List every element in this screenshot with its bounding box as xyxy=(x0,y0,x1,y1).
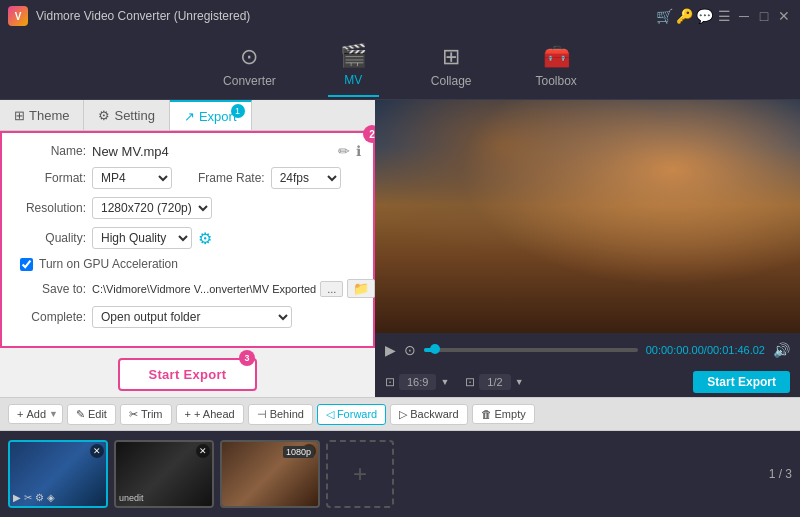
app-logo: V xyxy=(8,6,28,26)
settings-small-icon[interactable]: ⚙ xyxy=(35,492,44,503)
empty-button[interactable]: 🗑 Empty xyxy=(472,404,535,424)
trash-icon: 🗑 xyxy=(481,408,492,420)
complete-label: Complete: xyxy=(14,310,86,324)
quality-row: Quality: High Quality Medium Quality Low… xyxy=(14,227,361,249)
content-area: ⊞ Theme ⚙ Setting ↗ Export 1 2 xyxy=(0,100,800,517)
export-badge: 1 xyxy=(231,104,245,118)
film-thumb-2-label: unedit xyxy=(119,493,144,503)
progress-bar[interactable] xyxy=(424,348,638,352)
format-value-wrap: MP4 AVI MOV Frame Rate: 24fps 30fps 60fp… xyxy=(92,167,361,189)
save-to-row: Save to: C:\Vidmore\Vidmore V...onverter… xyxy=(14,279,361,298)
time-display: 00:00:00.00/00:01:46.02 xyxy=(646,344,765,356)
fps-select[interactable]: 24fps 30fps 60fps xyxy=(271,167,341,189)
converter-icon: ⊙ xyxy=(240,44,258,70)
film-thumb-3-badge: 1080p xyxy=(283,446,314,458)
backward-icon: ▷ xyxy=(399,408,407,421)
behind-button[interactable]: ⊣ Behind xyxy=(248,404,313,425)
page-wrap: ⊡ 1/2 ▼ xyxy=(465,374,523,390)
title-bar: V Vidmore Video Converter (Unregistered)… xyxy=(0,0,800,32)
add-clip-button[interactable]: + xyxy=(326,440,394,508)
nav-toolbox-label: Toolbox xyxy=(536,74,577,88)
page-icon: ⊡ xyxy=(465,375,475,389)
menu-icon[interactable]: ☰ xyxy=(716,8,732,24)
edit-button[interactable]: ✎ Edit xyxy=(67,404,116,425)
ratio-button[interactable]: 16:9 xyxy=(399,374,436,390)
resolution-row: Resolution: 1280x720 (720p) 1920x1080 (1… xyxy=(14,197,361,219)
bottom-toolbar: + Add ▼ ✎ Edit ✂ Trim + + Ahead ⊣ Behind… xyxy=(0,397,800,431)
add-icon: + xyxy=(17,408,23,420)
start-export-right-button[interactable]: Start Export xyxy=(693,371,790,393)
quality-select[interactable]: High Quality Medium Quality Low Quality xyxy=(92,227,192,249)
theme-grid-icon: ⊞ xyxy=(14,108,25,123)
resolution-select[interactable]: 1280x720 (720p) 1920x1080 (1080p) 854x48… xyxy=(92,197,212,219)
nav-collage[interactable]: ⊞ Collage xyxy=(419,36,484,96)
cut-small-icon[interactable]: ✂ xyxy=(24,492,32,503)
backward-button[interactable]: ▷ Backward xyxy=(390,404,467,425)
step3-badge: 3 xyxy=(239,350,255,366)
close-icon[interactable]: ✕ xyxy=(776,8,792,24)
film-thumb-2-close[interactable]: ✕ xyxy=(196,444,210,458)
gpu-checkbox[interactable] xyxy=(20,258,33,271)
nav-converter[interactable]: ⊙ Converter xyxy=(211,36,288,96)
trim-button[interactable]: ✂ Trim xyxy=(120,404,172,425)
maximize-icon[interactable]: □ xyxy=(756,8,772,24)
film-thumb-1-close[interactable]: ✕ xyxy=(90,444,104,458)
tab-export[interactable]: ↗ Export 1 xyxy=(170,100,252,130)
film-thumb-1[interactable]: ✕ ▶ ✂ ⚙ ◈ xyxy=(8,440,108,508)
page-button[interactable]: 1/2 xyxy=(479,374,510,390)
info-icon[interactable]: ℹ xyxy=(356,143,361,159)
film-thumb-2[interactable]: ✕ unedit xyxy=(114,440,214,508)
open-folder-button[interactable]: 📁 xyxy=(347,279,375,298)
format-select[interactable]: MP4 AVI MOV xyxy=(92,167,172,189)
forward-icon: ◁ xyxy=(326,408,334,421)
chat-icon[interactable]: 💬 xyxy=(696,8,712,24)
name-input[interactable] xyxy=(92,144,332,159)
mv-icon: 🎬 xyxy=(340,43,367,69)
video-preview xyxy=(375,100,800,333)
volume-icon[interactable]: 🔊 xyxy=(773,342,790,358)
tab-theme-label: Theme xyxy=(29,108,69,123)
filter-small-icon[interactable]: ◈ xyxy=(47,492,55,503)
app-title: Vidmore Video Converter (Unregistered) xyxy=(36,9,656,23)
nav-converter-label: Converter xyxy=(223,74,276,88)
ahead-button[interactable]: + + Ahead xyxy=(176,404,244,424)
stop-button[interactable]: ⊙ xyxy=(404,342,416,358)
complete-value-wrap: Open output folder Do nothing Shutdown xyxy=(92,306,361,328)
export-settings-panel: 2 Name: ✏ ℹ Format: xyxy=(0,131,375,348)
quality-settings-icon[interactable]: ⚙ xyxy=(198,229,212,248)
minimize-icon[interactable]: ─ xyxy=(736,8,752,24)
resolution-value-wrap: 1280x720 (720p) 1920x1080 (1080p) 854x48… xyxy=(92,197,361,219)
tab-theme[interactable]: ⊞ Theme xyxy=(0,100,84,130)
edit-name-icon[interactable]: ✏ xyxy=(338,143,350,159)
video-controls: ▶ ⊙ 00:00:00.00/00:01:46.02 🔊 xyxy=(375,333,800,367)
resolution-label: Resolution: xyxy=(14,201,86,215)
format-row: Format: MP4 AVI MOV Frame Rate: 24fps 30… xyxy=(14,167,361,189)
complete-select[interactable]: Open output folder Do nothing Shutdown xyxy=(92,306,292,328)
nav-toolbox[interactable]: 🧰 Toolbox xyxy=(524,36,589,96)
shopping-icon[interactable]: 🛒 xyxy=(656,8,672,24)
key-icon[interactable]: 🔑 xyxy=(676,8,692,24)
film-thumb-3[interactable]: ✕ 1080p xyxy=(220,440,320,508)
right-panel: ▶ ⊙ 00:00:00.00/00:01:46.02 🔊 ⊡ 16 xyxy=(375,100,800,397)
nav-mv-label: MV xyxy=(344,73,362,87)
nav-mv[interactable]: 🎬 MV xyxy=(328,35,379,97)
start-export-area: Start Export 3 xyxy=(0,348,375,397)
tab-bar: ⊞ Theme ⚙ Setting ↗ Export 1 xyxy=(0,100,375,131)
play-button[interactable]: ▶ xyxy=(385,342,396,358)
progress-dot xyxy=(430,344,440,354)
add-dropdown-icon: ▼ xyxy=(49,409,58,419)
tab-setting[interactable]: ⚙ Setting xyxy=(84,100,169,130)
app-container: V Vidmore Video Converter (Unregistered)… xyxy=(0,0,800,517)
name-value-wrap: ✏ ℹ xyxy=(92,143,361,159)
browse-path-button[interactable]: ... xyxy=(320,281,343,297)
top-content: ⊞ Theme ⚙ Setting ↗ Export 1 2 xyxy=(0,100,800,397)
behind-icon: ⊣ xyxy=(257,408,267,421)
forward-button[interactable]: ◁ Forward xyxy=(317,404,386,425)
add-button[interactable]: + Add ▼ xyxy=(8,404,63,424)
trim-icon: ✂ xyxy=(129,408,138,421)
save-path-text: C:\Vidmore\Vidmore V...onverter\MV Expor… xyxy=(92,283,316,295)
nav-collage-label: Collage xyxy=(431,74,472,88)
page-chevron-icon: ▼ xyxy=(515,377,524,387)
start-export-button[interactable]: Start Export xyxy=(118,358,256,391)
play-small-icon[interactable]: ▶ xyxy=(13,492,21,503)
